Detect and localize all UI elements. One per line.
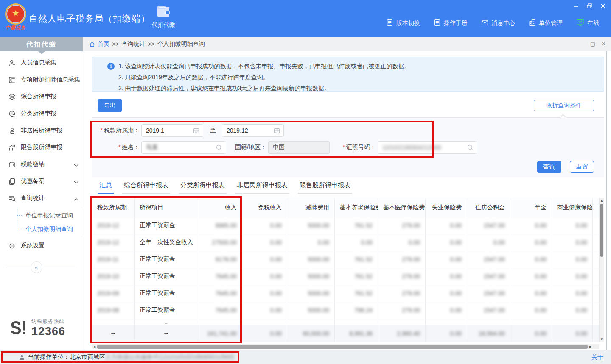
horizontal-scrollbar-thumb[interactable] bbox=[97, 345, 588, 349]
period-from-field[interactable]: 2019.1 bbox=[141, 124, 203, 137]
sidebar-subitem-1[interactable]: 单位申报记录查询 bbox=[0, 208, 83, 222]
table-row-2-cell-5: 0.00 bbox=[287, 234, 335, 251]
horizontal-scrollbar[interactable]: ◀ ▶ bbox=[92, 344, 599, 349]
scroll-left-icon[interactable]: ◀ bbox=[92, 345, 97, 349]
header-menu-item-3[interactable]: 消息中心 bbox=[481, 19, 515, 28]
table-total-row-cell-12 bbox=[593, 325, 600, 342]
sidebar-item-1[interactable]: 人员信息采集 bbox=[0, 54, 83, 71]
reset-button[interactable]: 重置 bbox=[570, 161, 594, 173]
about-link[interactable]: 关于 bbox=[591, 354, 603, 361]
sidebar-item-2[interactable]: 专项附加扣除信息采集 bbox=[0, 71, 83, 88]
tab-withholding[interactable]: 代扣代缴 bbox=[146, 5, 180, 29]
tab-5[interactable]: 限售股所得申报表 bbox=[298, 181, 352, 194]
header-menu-item-1[interactable]: 版本切换 bbox=[386, 19, 420, 28]
table-row-2[interactable]: 2019-12全年一次性奖金收入27500.000.000.000.000.00… bbox=[92, 234, 600, 251]
result-tabs: 汇总综合所得申报表分类所得申报表非居民所得申报表限售股所得申报表 bbox=[98, 181, 352, 194]
form-icon bbox=[8, 76, 16, 83]
app-header: ★ 中国税务 自然人电子税务局（扣缴端） 代扣代缴 版本切换操作手册消息中心单位… bbox=[0, 0, 611, 37]
scroll-right-icon[interactable]: ▶ bbox=[588, 345, 593, 349]
tab-4[interactable]: 非居民所得申报表 bbox=[235, 181, 289, 194]
export-button[interactable]: 导出 bbox=[98, 99, 122, 112]
table-row-partial-cell-1 bbox=[92, 319, 135, 325]
table-row-4-cell-9: 1547.00 bbox=[467, 268, 510, 285]
table-row-2-cell-10: 0.00 bbox=[510, 234, 552, 251]
table-row-2-cell-7: 0.00 bbox=[378, 234, 426, 251]
sidebar-item-4[interactable]: 分类所得申报 bbox=[0, 105, 83, 122]
page-maximize-icon[interactable]: ▢ bbox=[590, 41, 595, 47]
table-row-6-cell-3: 7645.00 bbox=[198, 302, 242, 319]
page-close-icon[interactable]: ✕ bbox=[601, 41, 606, 47]
header-menu-item-5[interactable]: 在线 bbox=[576, 19, 599, 28]
sidebar-item-label: 系统设置 bbox=[21, 242, 78, 250]
close-icon[interactable] bbox=[599, 3, 607, 9]
layers-icon bbox=[8, 93, 16, 100]
table-row-partial-cell-4 bbox=[242, 319, 287, 325]
hotline-logo: S! 纳税服务热线 12366 bbox=[9, 318, 77, 338]
doc-icon bbox=[386, 19, 393, 28]
table-total-row[interactable]: ----161,741.000.0060,000.008,991.362,960… bbox=[92, 325, 600, 342]
table-total-row-cell-5: 60,000.00 bbox=[287, 325, 335, 342]
chart-icon bbox=[8, 144, 16, 151]
search-icon[interactable] bbox=[467, 144, 474, 151]
col-header-9: 住房公积金 bbox=[467, 198, 510, 217]
sidebar-item-9[interactable]: 查询统计 bbox=[0, 190, 83, 207]
vertical-scrollbar-thumb[interactable] bbox=[600, 204, 603, 257]
table-row-5[interactable]: 2019-09正常工资薪金7645.000.005000.00761.52279… bbox=[92, 285, 600, 302]
period-label: 税款所属期： bbox=[104, 127, 140, 133]
tab-2[interactable]: 综合所得申报表 bbox=[122, 181, 170, 194]
collapse-conditions-button[interactable]: 收折查询条件 bbox=[534, 100, 594, 111]
scroll-up-icon[interactable]: ▲ bbox=[600, 198, 604, 203]
table-row-6[interactable]: 2019-08正常工资薪金7645.000.005000.00798.24279… bbox=[92, 302, 600, 319]
calendar-icon[interactable] bbox=[193, 127, 200, 134]
breadcrumb-home[interactable]: 首页 bbox=[98, 40, 109, 48]
table-row-5-cell-4: 0.00 bbox=[242, 285, 287, 302]
sidebar-subitem-2[interactable]: 个人扣缴明细查询 bbox=[0, 222, 83, 236]
name-field[interactable]: 马某 bbox=[141, 141, 226, 154]
table-row-6-cell-11: 0.00 bbox=[552, 302, 593, 319]
table-row-1-cell-7: 279.00 bbox=[378, 217, 426, 234]
tab-3[interactable]: 分类所得申报表 bbox=[179, 181, 227, 194]
calendar-icon[interactable] bbox=[273, 127, 280, 134]
header-menu-item-4[interactable]: 单位管理 bbox=[529, 19, 563, 28]
sidebar-item-8[interactable]: 优惠备案 bbox=[0, 173, 83, 190]
sidebar-item-label: 查询统计 bbox=[21, 195, 73, 202]
header-menu-label: 单位管理 bbox=[539, 19, 563, 27]
table-row-3-cell-6: 761.52 bbox=[335, 251, 378, 268]
period-to-field[interactable]: 2019.12 bbox=[222, 124, 284, 137]
tab-1[interactable]: 汇总 bbox=[98, 181, 114, 194]
sidebar-item-10[interactable]: 系统设置 bbox=[0, 237, 83, 254]
header-menu-item-2[interactable]: 操作手册 bbox=[434, 19, 468, 28]
breadcrumb: 首页 >> 查询统计 >> 个人扣缴明细查询 ▢ ✕ bbox=[83, 37, 611, 51]
table-header-row: 税款所属期所得项目收入免税收入减除费用基本养老保险费基本医疗保险费失业保险费住房… bbox=[92, 198, 600, 217]
search-icon[interactable] bbox=[216, 144, 223, 151]
breadcrumb-item-query-stats[interactable]: 查询统计 bbox=[121, 40, 145, 48]
sidebar-item-label: 优惠备案 bbox=[21, 178, 73, 185]
nation-value: 中国 bbox=[273, 144, 285, 151]
restore-icon[interactable] bbox=[586, 3, 593, 9]
sidebar-item-7[interactable]: 税款缴纳 bbox=[0, 156, 83, 173]
table-row-3[interactable]: 2019-11正常工资薪金9178.000.005000.00761.52279… bbox=[92, 251, 600, 268]
table-row-6-cell-9: 1547.00 bbox=[467, 302, 510, 319]
table-row-1-cell-12 bbox=[593, 217, 600, 234]
table-row-partial-cell-9 bbox=[467, 319, 510, 325]
table-row-1[interactable]: 2019-12正常工资薪金9985.000.005000.00761.52279… bbox=[92, 217, 600, 234]
nation-label: 国籍/地区： bbox=[227, 144, 266, 151]
scroll-down-icon[interactable]: ▼ bbox=[600, 337, 604, 342]
id-number-field[interactable]: 110102199304212900 bbox=[378, 141, 477, 154]
table-row-partial-cell-5 bbox=[287, 319, 335, 325]
sidebar-item-5[interactable]: 非居民所得申报 bbox=[0, 122, 83, 139]
sidebar-item-3[interactable]: 综合所得申报 bbox=[0, 88, 83, 105]
search-button[interactable]: 查询 bbox=[537, 161, 561, 173]
table-row-6-cell-12 bbox=[593, 302, 600, 319]
minimize-icon[interactable] bbox=[572, 3, 580, 9]
table-row-4[interactable]: 2019-10正常工资薪金7645.000.005000.00761.52279… bbox=[92, 268, 600, 285]
wallet-icon bbox=[156, 5, 171, 19]
results-table: 税款所属期所得项目收入免税收入减除费用基本养老保险费基本医疗保险费失业保险费住房… bbox=[92, 198, 599, 342]
page-controls: ▢ ✕ bbox=[590, 41, 606, 47]
online-icon bbox=[576, 19, 584, 28]
sidebar-collapse-button[interactable]: « bbox=[31, 261, 42, 273]
sidebar-item-6[interactable]: 限售股所得申报 bbox=[0, 139, 83, 156]
vertical-scrollbar[interactable]: ▲ ▼ bbox=[599, 198, 604, 342]
table-row-1-cell-4: 0.00 bbox=[242, 217, 287, 234]
table-row-6-cell-4: 0.00 bbox=[242, 302, 287, 319]
